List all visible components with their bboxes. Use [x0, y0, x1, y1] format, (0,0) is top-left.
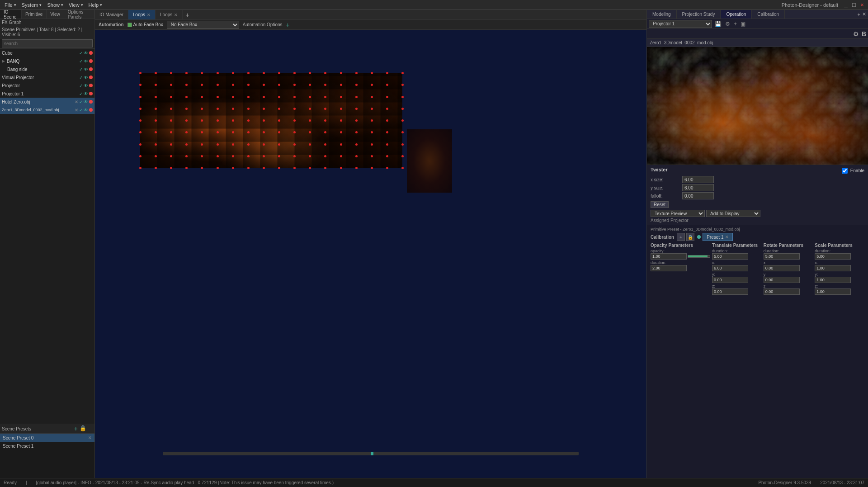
menu-file[interactable]: File ▾: [2, 0, 19, 9]
close-btn[interactable]: ×: [858, 1, 866, 9]
eye-icon: 👁: [84, 108, 88, 113]
scale-duration-input[interactable]: [815, 253, 851, 260]
translate-duration-input[interactable]: [712, 253, 748, 260]
tab-calibration[interactable]: Calibration: [752, 10, 785, 19]
scene-preset-1[interactable]: Scene Preset 1: [0, 442, 94, 450]
scene-item-zero1[interactable]: Zero1_3Dmodel_0002_mod.obj ✕ ✓ 👁: [0, 106, 94, 114]
status-dot: [89, 84, 93, 87]
status-version: Photon-Designer 9.3.5039: [758, 480, 811, 485]
add-tab-btn[interactable]: +: [183, 11, 192, 19]
collapse-presets-btn[interactable]: —: [88, 425, 93, 432]
projector-select[interactable]: Projector 1: [649, 20, 712, 28]
check-icon: ✓: [79, 83, 83, 88]
translate-x-field: x:: [712, 260, 762, 271]
scale-y-input[interactable]: [815, 277, 851, 283]
check-icon: ✓: [79, 59, 83, 64]
scene-preset-0[interactable]: Scene Preset 0 ✕: [0, 434, 94, 442]
timeline-track[interactable]: [163, 452, 579, 455]
b-icon[interactable]: B: [862, 30, 866, 38]
translate-x-input[interactable]: [712, 265, 748, 271]
translate-z-input[interactable]: [712, 288, 748, 295]
opacity-input[interactable]: [651, 253, 687, 260]
falloff-input[interactable]: [682, 192, 714, 199]
close-icon[interactable]: ✕: [75, 108, 78, 113]
presets-header: Scene Presets + 🔒 —: [0, 424, 94, 434]
scene-item-banq[interactable]: ▶ BANQ ✓ 👁: [0, 57, 94, 65]
scale-x-input[interactable]: [815, 265, 851, 271]
status-dot: [89, 51, 93, 55]
preset-1-tag[interactable]: Preset 1 ✕: [703, 233, 733, 241]
tab-loops-1[interactable]: Loops ✕: [128, 10, 156, 19]
search-input[interactable]: [2, 39, 93, 47]
tab-loops-2-close[interactable]: ✕: [174, 13, 178, 17]
scene-item-virtual-projector[interactable]: Virtual Projector ✓ 👁: [0, 73, 94, 81]
tab-primitive[interactable]: Primitive: [22, 10, 47, 19]
menu-show[interactable]: Show ▾: [44, 0, 66, 9]
tab-options-panels[interactable]: Options Panels: [64, 10, 94, 19]
auto-fade-checkbox[interactable]: Auto Fade Box: [127, 22, 163, 27]
timeline-playhead[interactable]: [371, 452, 373, 455]
tab-projection-study[interactable]: Projection Study: [677, 10, 721, 19]
gear-icon[interactable]: ⚙: [853, 30, 859, 38]
translate-y-input[interactable]: [712, 277, 748, 283]
check-icon: ✓: [79, 108, 83, 113]
opacity-slider[interactable]: [688, 255, 710, 258]
scale-z-input[interactable]: [815, 288, 851, 295]
add-right-panel-btn[interactable]: +: [858, 12, 860, 17]
menu-system[interactable]: System ▾: [19, 0, 45, 9]
rotate-duration-input[interactable]: [764, 253, 800, 260]
proj-add-icon[interactable]: +: [733, 21, 738, 27]
ysize-input[interactable]: [682, 184, 714, 191]
calib-lock-btn[interactable]: 🔒: [686, 233, 694, 241]
preset-close-icon[interactable]: ✕: [88, 435, 92, 440]
add-to-display-select[interactable]: Add to Display: [706, 210, 760, 217]
menu-file-label: File: [5, 2, 13, 8]
close-icon[interactable]: ✕: [75, 99, 78, 104]
enable-toggle[interactable]: [842, 168, 848, 174]
viewport-3d[interactable]: [95, 30, 646, 478]
proj-save-icon[interactable]: 💾: [714, 21, 722, 27]
opacity-duration-input[interactable]: [651, 265, 687, 271]
enable-checkbox[interactable]: Enable: [842, 168, 864, 174]
rotate-z-input[interactable]: [764, 288, 800, 295]
tab-operation[interactable]: Operation: [721, 10, 752, 19]
tab-loops-1-close[interactable]: ✕: [147, 13, 151, 17]
menu-help[interactable]: Help ▾: [86, 0, 105, 9]
tab-io-scene[interactable]: IO Scene: [0, 10, 22, 19]
status-dot: [89, 67, 93, 71]
right-panel-controls: + ✕: [856, 11, 868, 17]
parameters-grid: Opacity Parameters opacity: duration:: [651, 243, 864, 296]
scene-item-projector-1[interactable]: Projector 1 ✓ 👁: [0, 90, 94, 98]
preset-1-close[interactable]: ✕: [725, 235, 729, 239]
scene-item-cube[interactable]: Cube ✓ 👁: [0, 49, 94, 57]
minimize-btn[interactable]: _: [842, 1, 850, 9]
proj-settings-icon[interactable]: ⚙: [724, 21, 731, 27]
texture-preview-select[interactable]: Texture Preview: [651, 210, 705, 217]
fade-type-select[interactable]: No Fade Box: [167, 21, 239, 29]
menu-view[interactable]: View ▾: [66, 0, 86, 9]
rotate-y-input[interactable]: [764, 277, 800, 283]
rotate-y-field: y:: [764, 272, 813, 283]
add-automation-btn[interactable]: +: [286, 21, 290, 28]
rotate-z-field: z:: [764, 284, 813, 295]
xsize-field: x size:: [651, 176, 864, 183]
menubar: File ▾ System ▾ Show ▾ View ▾ Help ▾ Pho…: [0, 0, 868, 10]
tab-modeling[interactable]: Modeling: [647, 10, 677, 19]
reset-btn[interactable]: Reset: [651, 201, 669, 208]
model-texture: [140, 73, 402, 168]
scene-item-projector[interactable]: Projector ✓ 👁: [0, 81, 94, 90]
expand-arrow: ▶: [2, 59, 5, 63]
add-preset-btn[interactable]: +: [74, 425, 78, 432]
scene-item-bang-side[interactable]: Bang side ✓ 👁: [0, 65, 94, 73]
tab-loops-2[interactable]: Loops ✕: [156, 10, 183, 19]
maximize-btn[interactable]: □: [850, 1, 858, 9]
close-right-panel-btn[interactable]: ✕: [862, 11, 866, 17]
tab-io-manager[interactable]: IO Manager: [95, 10, 128, 19]
tab-view[interactable]: View: [47, 10, 64, 19]
rotate-x-input[interactable]: [764, 265, 800, 271]
calib-add-btn[interactable]: +: [677, 233, 685, 241]
lock-preset-btn[interactable]: 🔒: [80, 425, 86, 432]
xsize-input[interactable]: [682, 176, 714, 183]
proj-display-icon[interactable]: ▣: [740, 21, 746, 27]
scene-item-hotel-zero[interactable]: Hotel Zero.obj ✕ ✓ 👁: [0, 98, 94, 106]
